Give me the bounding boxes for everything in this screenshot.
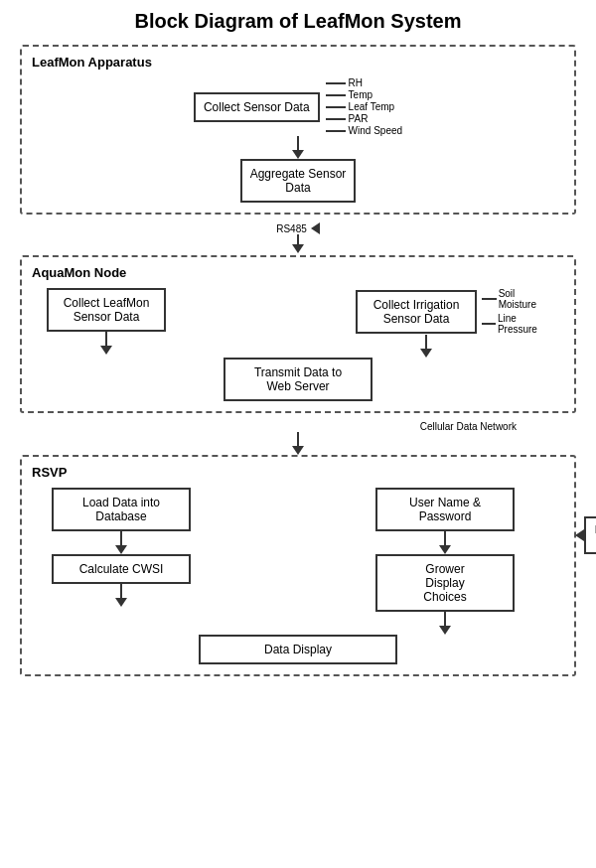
wind-line xyxy=(326,130,346,132)
aggregate-sensor-block: Aggregate Sensor Data xyxy=(240,159,357,203)
arrow-cellular-down xyxy=(292,432,304,455)
rs485-row: RS485 xyxy=(276,222,320,234)
diagram: LeafMon Apparatus Collect Sensor Data RH… xyxy=(20,45,576,684)
vline-grower xyxy=(444,612,446,626)
cellular-arrow-row xyxy=(20,432,576,455)
vline-cellular xyxy=(297,432,299,446)
rs485-group: RS485 xyxy=(276,222,320,253)
vline-rs485 xyxy=(297,234,299,244)
arrow-irrigation-down xyxy=(420,335,432,358)
arrowhead1 xyxy=(292,150,304,159)
collect-irrigation-block: Collect Irrigation Sensor Data xyxy=(356,290,477,334)
leafmon-region: LeafMon Apparatus Collect Sensor Data RH… xyxy=(20,45,576,215)
leaftemp-row: Leaf Temp xyxy=(326,101,402,112)
arrow-leafmon-down xyxy=(100,332,112,355)
soil-label: Soil Moisture xyxy=(499,288,554,310)
temp-line xyxy=(326,94,346,96)
par-row: PAR xyxy=(326,113,402,124)
line-pressure-row: Line Pressure xyxy=(482,313,554,335)
leafmon-inner: Collect Sensor Data RH Temp Leaf Temp xyxy=(32,77,564,203)
rsvp-top-row: Load Data into Database Calculate CWSI U… xyxy=(32,488,564,635)
arrow-username-down xyxy=(439,531,451,554)
irrigation-row: Collect Irrigation Sensor Data Soil Mois… xyxy=(356,288,554,335)
leaftemp-line xyxy=(326,106,346,108)
rh-label: RH xyxy=(349,77,363,88)
aquamon-label: AquaMon Node xyxy=(32,265,564,280)
aquamon-left-col: Collect LeafMon Sensor Data xyxy=(42,288,171,355)
data-display-block: Data Display xyxy=(199,635,397,664)
leaftemp-label: Leaf Temp xyxy=(349,101,395,112)
aquamon-content: Collect LeafMon Sensor Data Collect Irri… xyxy=(32,288,564,401)
data-display-row: Data Display xyxy=(32,635,564,664)
rh-line xyxy=(326,82,346,84)
arrowhead-rs485 xyxy=(292,244,304,253)
rsvp-region: RSVP Remote Access Load Data into Databa… xyxy=(20,455,576,676)
arrow-rs485-down xyxy=(292,234,304,253)
vline-irrigation xyxy=(425,335,427,349)
arrowhead-leafmon xyxy=(100,346,112,355)
transmit-row: Transmit Data to Web Server xyxy=(32,358,564,401)
sensor-labels-group: RH Temp Leaf Temp PAR xyxy=(326,77,402,136)
username-block: User Name & Password xyxy=(375,488,515,531)
arrow-cwsi-down xyxy=(115,584,127,607)
arrow-load-down xyxy=(115,531,127,554)
pressure-label: Line Pressure xyxy=(498,313,554,335)
collect-sensor-row: Collect Sensor Data RH Temp Leaf Temp xyxy=(194,77,402,136)
collect-leafmon-block: Collect LeafMon Sensor Data xyxy=(47,288,166,332)
temp-row: Temp xyxy=(326,89,402,100)
cellular-label: Cellular Data Network xyxy=(420,421,517,432)
rh-row: RH xyxy=(326,77,402,88)
remote-access-box: Remote Access xyxy=(584,516,596,554)
grower-display-block: Grower Display Choices xyxy=(375,554,515,612)
page-title: Block Diagram of LeafMon System xyxy=(135,10,462,33)
rsvp-label: RSVP xyxy=(32,465,564,480)
arrowhead-load xyxy=(115,545,127,554)
arrowhead-irrigation xyxy=(420,349,432,358)
wind-label: Wind Speed xyxy=(349,125,402,136)
vline-leafmon xyxy=(105,332,107,346)
rs485-label: RS485 xyxy=(276,223,307,234)
vline-load xyxy=(120,531,122,545)
par-label: PAR xyxy=(349,113,369,124)
aquamon-top-row: Collect LeafMon Sensor Data Collect Irri… xyxy=(32,288,564,358)
vline-cwsi xyxy=(120,584,122,598)
vline-username xyxy=(444,531,446,545)
remote-access-arrowhead xyxy=(575,529,584,541)
calculate-cwsi-block: Calculate CWSI xyxy=(52,554,191,584)
rsvp-right-col: User Name & Password Grower Display Choi… xyxy=(366,488,524,635)
transmit-block: Transmit Data to Web Server xyxy=(224,358,372,401)
arrow1 xyxy=(292,136,304,159)
wind-row: Wind Speed xyxy=(326,125,402,136)
arrowhead-cellular xyxy=(292,446,304,455)
load-data-block: Load Data into Database xyxy=(52,488,191,531)
rs485-connector: RS485 xyxy=(20,222,576,253)
temp-label: Temp xyxy=(349,89,372,100)
soil-line xyxy=(482,298,497,300)
aquamon-region: AquaMon Node Collect LeafMon Sensor Data… xyxy=(20,255,576,413)
pressure-line xyxy=(482,323,496,325)
collect-sensor-block: Collect Sensor Data xyxy=(194,92,320,122)
leafmon-label: LeafMon Apparatus xyxy=(32,55,564,70)
arrowhead-grower xyxy=(439,626,451,635)
soil-moisture-row: Soil Moisture xyxy=(482,288,554,310)
vline1 xyxy=(297,136,299,150)
arrowhead-username xyxy=(439,545,451,554)
par-line xyxy=(326,118,346,120)
rs485-arrowhead xyxy=(311,222,320,234)
arrow-grower-down xyxy=(439,612,451,635)
cellular-row: Cellular Data Network xyxy=(20,421,517,432)
rsvp-left-col: Load Data into Database Calculate CWSI xyxy=(42,488,201,635)
remote-access-group: Remote Access xyxy=(575,516,596,554)
arrowhead-cwsi xyxy=(115,598,127,607)
aquamon-right-col: Collect Irrigation Sensor Data Soil Mois… xyxy=(356,288,554,358)
irrigation-labels: Soil Moisture Line Pressure xyxy=(482,288,554,335)
